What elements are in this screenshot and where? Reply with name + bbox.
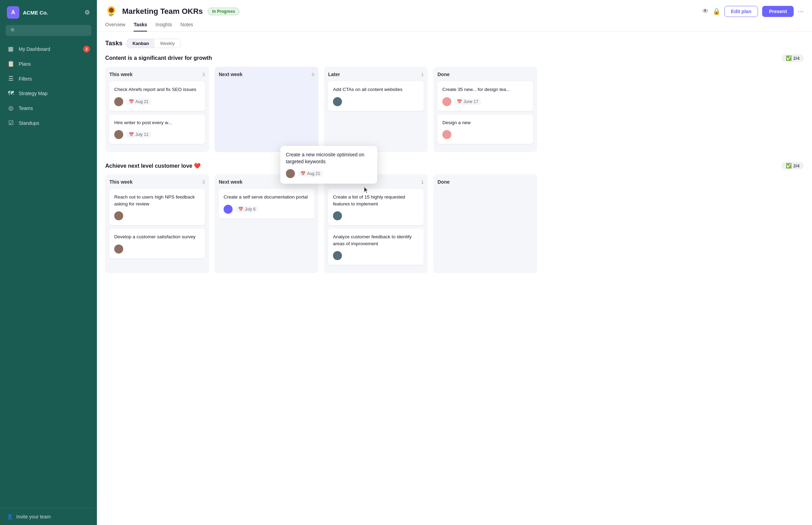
sidebar-header: A ACME Co. ⚙ — [0, 0, 97, 25]
col-count: 3 — [202, 72, 205, 77]
avatar — [114, 211, 123, 220]
view-toggle: Kanban Weekly — [127, 39, 181, 48]
task-meta — [114, 245, 200, 254]
calendar-icon: 📅 — [457, 99, 462, 104]
avatar — [333, 97, 342, 106]
col-count: 3 — [202, 179, 205, 185]
check-icon: ✅ — [786, 55, 792, 61]
col-header: Later 1 — [328, 72, 424, 77]
present-button[interactable]: Present — [762, 6, 794, 17]
col-title: This week — [109, 179, 133, 185]
col-next-week-1: Next week 0 — [215, 67, 318, 152]
task-text: Hire writer to post every w... — [114, 119, 200, 126]
col-title: Done — [437, 72, 450, 77]
task-meta — [442, 130, 528, 139]
task-card[interactable]: Create 35 new... for design tea... 📅 Jun… — [437, 81, 533, 111]
tab-tasks[interactable]: Tasks — [134, 22, 147, 31]
sidebar-item-dashboard[interactable]: ▦ My Dashboard 2 — [0, 42, 97, 56]
col-done-2: Done — [433, 174, 537, 273]
task-text: Check Ahrefs report and fix SEO issues — [114, 86, 200, 93]
weekly-view-button[interactable]: Weekly — [154, 39, 180, 48]
objective-1: Content is a significant driver for grow… — [105, 54, 804, 152]
calendar-icon: 📅 — [129, 99, 134, 104]
status-badge: In Progress — [208, 8, 240, 15]
task-card[interactable]: Hire writer to post every w... 📅 July 11 — [109, 114, 205, 144]
col-header: Done — [437, 72, 533, 77]
kanban-view-button[interactable]: Kanban — [127, 39, 155, 48]
invite-label: Invite your team — [16, 514, 51, 519]
task-card[interactable]: Add CTAs on all content websites — [328, 81, 424, 111]
standups-icon: ☑ — [7, 119, 15, 127]
more-options-button[interactable]: ··· — [798, 7, 804, 15]
progress-value: 2/4 — [793, 56, 800, 61]
task-card[interactable]: Analyze customer feedback to identify ar… — [328, 229, 424, 265]
org-name: ACME Co. — [23, 10, 81, 16]
task-text: Reach out to users high NPS feedback ask… — [114, 194, 200, 207]
objective-2-title: Achieve next level customer love ❤️ — [105, 163, 201, 169]
col-this-week-2: This week 3 Reach out to users high NPS … — [105, 174, 209, 273]
sidebar-item-strategy[interactable]: 🗺 Strategy Map — [0, 86, 97, 101]
date-value: Aug 21 — [135, 99, 148, 104]
task-meta — [114, 211, 200, 220]
task-meta: 📅 July 11 — [114, 130, 200, 139]
col-count: 1 — [421, 72, 424, 77]
kanban-board-1: This week 3 Check Ahrefs report and fix … — [105, 67, 804, 152]
search-bar[interactable]: 🔍 — [6, 25, 91, 36]
check-icon: ✅ — [786, 163, 792, 168]
sidebar-item-standups[interactable]: ☑ Standups — [0, 116, 97, 130]
plan-icon: 🌻 — [105, 6, 117, 17]
objective-1-title: Content is a significant driver for grow… — [105, 55, 212, 61]
col-later-2: Later 1 Create a list of 15 highly reque… — [324, 174, 428, 273]
date-value: June 17 — [463, 99, 478, 104]
sidebar-item-label: Standups — [19, 120, 39, 126]
task-meta — [333, 211, 419, 220]
task-card[interactable]: Create a list of 15 highly requested fea… — [328, 189, 424, 225]
sidebar-item-teams[interactable]: ◎ Teams — [0, 101, 97, 116]
tab-insights[interactable]: Insights — [155, 22, 172, 31]
avatar — [442, 97, 451, 106]
calendar-icon: 📅 — [238, 207, 243, 212]
objective-1-progress: ✅ 2/4 — [782, 54, 804, 62]
date-chip: 📅 June 17 — [454, 99, 481, 105]
col-header: This week 3 — [109, 72, 205, 77]
col-header: Next week 0 — [219, 72, 314, 77]
tab-overview[interactable]: Overview — [105, 22, 125, 31]
eye-icon[interactable]: 👁 — [702, 8, 709, 15]
avatar — [442, 130, 451, 139]
avatar — [333, 251, 342, 260]
col-title: Done — [437, 179, 450, 185]
task-text: Create 35 new... for design tea... — [442, 86, 528, 93]
search-icon: 🔍 — [10, 28, 16, 33]
calendar-icon: 📅 — [129, 132, 134, 137]
edit-plan-button[interactable]: Edit plan — [724, 6, 758, 17]
task-card[interactable]: Design a new — [437, 114, 533, 144]
header-actions: 👁 🔒 Edit plan Present ··· — [702, 6, 804, 17]
col-title: Next week — [219, 179, 242, 185]
nav-tabs: Overview Tasks Insights Notes — [105, 22, 804, 31]
task-text: Analyze customer feedback to identify ar… — [333, 233, 419, 247]
col-title: Next week — [219, 72, 242, 77]
tab-notes[interactable]: Notes — [180, 22, 193, 31]
task-card[interactable]: Reach out to users high NPS feedback ask… — [109, 189, 205, 225]
col-count: 1 — [421, 179, 424, 185]
lock-icon[interactable]: 🔒 — [713, 8, 720, 15]
invite-team[interactable]: 👤 Invite your team — [0, 508, 97, 525]
sidebar-item-plans[interactable]: 📋 Plans — [0, 56, 97, 71]
task-card[interactable]: Check Ahrefs report and fix SEO issues 📅… — [109, 81, 205, 111]
invite-icon: 👤 — [7, 514, 13, 519]
avatar — [333, 211, 342, 220]
sidebar-item-label: My Dashboard — [19, 46, 50, 52]
sidebar-item-filters[interactable]: ☰ Filters — [0, 71, 97, 86]
sidebar: A ACME Co. ⚙ 🔍 ▦ My Dashboard 2 📋 Plans … — [0, 0, 97, 525]
gear-icon[interactable]: ⚙ — [84, 9, 90, 16]
task-card[interactable]: Create a self serve documentation portal… — [219, 189, 314, 219]
task-text: Create a self serve documentation portal — [224, 194, 309, 201]
col-done-1: Done Create 35 new... for design tea... … — [433, 67, 537, 152]
calendar-icon: 📅 — [300, 171, 306, 176]
tooltip-meta: 📅 Aug 21 — [286, 169, 372, 178]
sidebar-item-label: Teams — [19, 105, 33, 111]
task-card[interactable]: Develop a customer satisfaction survey — [109, 229, 205, 258]
sidebar-item-label: Plans — [19, 61, 31, 67]
date-value: July 6 — [245, 207, 255, 212]
sidebar-item-label: Filters — [19, 76, 32, 82]
